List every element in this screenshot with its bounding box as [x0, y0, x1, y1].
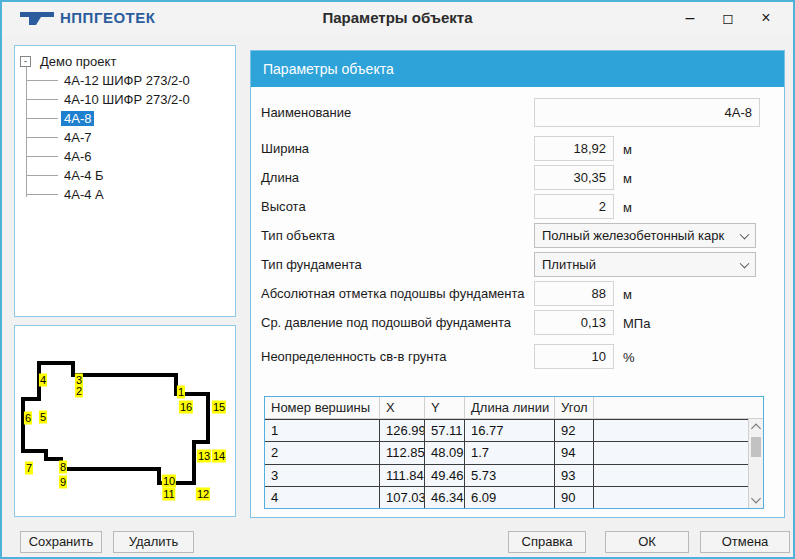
tree-item-label[interactable]: 4А-10 ШИФР 273/2-0	[61, 92, 193, 107]
tree-item[interactable]: 4А-10 ШИФР 273/2-0	[15, 90, 235, 109]
table-cell[interactable]: 94	[555, 442, 594, 463]
scroll-down-icon[interactable]	[751, 494, 761, 504]
field-label: Абсолютная отметка подошвы фундамента	[261, 287, 525, 300]
text-input[interactable]: 88	[534, 281, 614, 306]
window-controls: – ◻ ×	[671, 4, 785, 32]
vertex-label: 14	[212, 450, 226, 463]
table-cell[interactable]: 3	[265, 465, 380, 486]
vertex-label: 11	[162, 488, 175, 501]
table-column-header[interactable]: X	[380, 397, 425, 418]
table-scrollbar[interactable]	[748, 419, 763, 508]
table-cell[interactable]: 48.09	[425, 442, 465, 463]
vertex-label: 1	[177, 386, 185, 399]
footprint-preview-panel: 12345678910111213141516	[14, 325, 236, 517]
ok-button[interactable]: ОК	[605, 531, 689, 553]
table-cell[interactable]: 107.03	[380, 487, 425, 508]
tree-item-label[interactable]: 4А-4 Б	[61, 168, 107, 183]
chevron-down-icon[interactable]	[740, 229, 750, 239]
tree-item[interactable]: 4А-7	[15, 128, 235, 147]
table-cell[interactable]: 2	[265, 442, 380, 463]
table-cell[interactable]: 1	[265, 420, 380, 441]
table-cell[interactable]	[594, 442, 748, 463]
help-button[interactable]: Справка	[508, 531, 586, 553]
vertex-label: 9	[59, 476, 67, 489]
table-column-header[interactable]	[594, 397, 763, 418]
save-button[interactable]: Сохранить	[20, 531, 102, 553]
field-label: Тип объекта	[261, 229, 335, 242]
scrollbar-thumb[interactable]	[751, 437, 761, 457]
chevron-down-icon[interactable]	[740, 258, 750, 268]
tree-item-label[interactable]: 4А-12 ШИФР 273/2-0	[61, 73, 193, 88]
table-column-header[interactable]: Длина линии	[465, 397, 555, 418]
table-cell[interactable]: 90	[555, 487, 594, 508]
table-cell[interactable]: 6.09	[465, 487, 555, 508]
dropdown-select[interactable]: Плитный	[534, 252, 756, 277]
tree-item[interactable]: 4А-12 ШИФР 273/2-0	[15, 71, 235, 90]
text-input[interactable]: 2	[534, 194, 614, 219]
unit-label: м	[623, 142, 632, 157]
scroll-up-icon[interactable]	[751, 424, 761, 434]
table-row[interactable]: 3111.8449.465.7393	[265, 464, 748, 486]
vertex-label: 13	[197, 450, 211, 463]
tree-collapse-icon[interactable]: -	[20, 56, 31, 67]
table-cell[interactable]: 4	[265, 487, 380, 508]
object-parameters-panel: Параметры объекта Наименование4А-8Ширина…	[250, 50, 785, 518]
table-cell[interactable]: 126.99	[380, 420, 425, 441]
table-cell[interactable]: 93	[555, 465, 594, 486]
field-label: Высота	[261, 200, 306, 213]
minimize-icon[interactable]: –	[671, 4, 709, 32]
cancel-button[interactable]: Отмена	[700, 531, 790, 553]
text-input[interactable]: 18,92	[534, 136, 614, 161]
tree-item-label[interactable]: 4А-6	[61, 149, 94, 164]
tree-item-label[interactable]: 4А-8	[61, 111, 94, 126]
table-cell[interactable]: 92	[555, 420, 594, 441]
table-row[interactable]: 4107.0346.346.0990	[265, 486, 748, 508]
table-cell[interactable]: 112.85	[380, 442, 425, 463]
vertex-label: 5	[39, 411, 47, 424]
table-cell[interactable]: 46.34	[425, 487, 465, 508]
maximize-icon[interactable]: ◻	[709, 4, 747, 32]
vertices-table-body: 1126.9957.1116.77922112.8548.091.7943111…	[265, 419, 748, 508]
text-input[interactable]: 0,13	[534, 310, 614, 335]
table-row[interactable]: 2112.8548.091.794	[265, 441, 748, 463]
vertices-table-header: Номер вершиныXYДлина линииУгол	[265, 397, 763, 419]
tree-item[interactable]: 4А-8	[15, 109, 235, 128]
field-label: Длина	[261, 171, 299, 184]
close-icon[interactable]: ×	[747, 4, 785, 32]
unit-label: МПа	[623, 316, 650, 331]
tree-item-label[interactable]: 4А-4 А	[61, 187, 107, 202]
table-cell[interactable]	[594, 465, 748, 486]
tree-item[interactable]: 4А-6	[15, 147, 235, 166]
table-column-header[interactable]: Номер вершины	[265, 397, 380, 418]
table-cell[interactable]: 111.84	[380, 465, 425, 486]
table-cell[interactable]	[594, 487, 748, 508]
tree-item[interactable]: 4А-4 А	[15, 185, 235, 204]
field-label: Неопределенность св-в грунта	[261, 350, 447, 363]
field-label: Наименование	[261, 106, 351, 119]
tree-root-node[interactable]: - Демо проект	[20, 52, 116, 71]
dropdown-select[interactable]: Полный железобетонный карк	[534, 223, 756, 248]
vertex-label: 7	[25, 462, 33, 475]
table-cell[interactable]: 49.46	[425, 465, 465, 486]
table-column-header[interactable]: Y	[425, 397, 465, 418]
vertex-label: 4	[39, 374, 47, 387]
text-input[interactable]: 4А-8	[534, 98, 760, 127]
table-cell[interactable]	[594, 420, 748, 441]
panel-header: Параметры объекта	[251, 51, 784, 87]
vertex-label: 8	[59, 461, 67, 474]
table-cell[interactable]: 57.11	[425, 420, 465, 441]
delete-button[interactable]: Удалить	[113, 531, 194, 553]
unit-label: м	[623, 200, 632, 215]
tree-item[interactable]: 4А-4 Б	[15, 166, 235, 185]
text-input[interactable]: 10	[534, 344, 614, 369]
table-column-header[interactable]: Угол	[555, 397, 594, 418]
tree-item-label[interactable]: 4А-7	[61, 130, 94, 145]
vertex-label: 3	[75, 374, 83, 387]
table-row[interactable]: 1126.9957.1116.7792	[265, 419, 748, 441]
table-cell[interactable]: 5.73	[465, 465, 555, 486]
table-cell[interactable]: 16.77	[465, 420, 555, 441]
table-cell[interactable]: 1.7	[465, 442, 555, 463]
text-input[interactable]: 30,35	[534, 165, 614, 190]
dialog-window: НППГЕОТЕК Параметры объекта – ◻ × - Демо…	[0, 0, 795, 559]
tree-root-label[interactable]: Демо проект	[40, 54, 116, 69]
